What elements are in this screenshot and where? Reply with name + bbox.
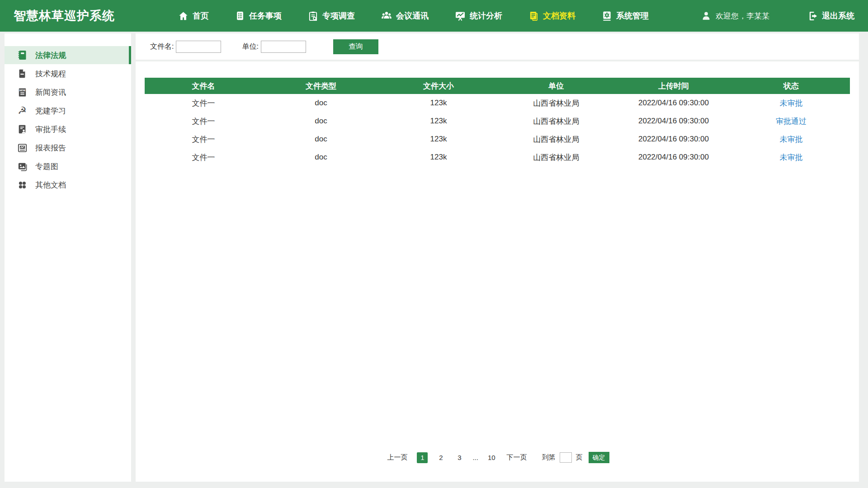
news-icon: NEW bbox=[16, 86, 28, 98]
sidebar-item-laws[interactable]: 法律法规 bbox=[5, 46, 131, 64]
sidebar-item-reports[interactable]: 报表报告 bbox=[5, 139, 131, 157]
goto-prefix-label: 到第 bbox=[542, 453, 556, 462]
cell-unit: 山西省林业局 bbox=[497, 94, 615, 112]
documents-table: 文件名文件类型文件大小单位上传时间状态 文件一doc123k山西省林业局2022… bbox=[145, 78, 850, 166]
nav-item-label: 任务事项 bbox=[249, 10, 282, 21]
cell-status: 未审批 bbox=[732, 94, 850, 112]
survey-icon bbox=[308, 11, 318, 21]
nav-item-home[interactable]: 首页 bbox=[178, 10, 209, 21]
nav-item-label: 首页 bbox=[193, 10, 209, 21]
column-header: 文件类型 bbox=[262, 78, 380, 94]
nav-item-system[interactable]: 系统管理 bbox=[602, 10, 649, 21]
cell-size: 123k bbox=[380, 130, 497, 148]
main-nav: 首页任务事项专项调查会议通讯统计分析文档资料系统管理 bbox=[178, 10, 649, 21]
cell-type: doc bbox=[262, 148, 380, 166]
page-ellipsis: ... bbox=[472, 454, 478, 461]
nav-item-label: 系统管理 bbox=[616, 10, 649, 21]
column-header: 状态 bbox=[732, 78, 850, 94]
cell-size: 123k bbox=[380, 112, 497, 130]
cell-size: 123k bbox=[380, 148, 497, 166]
nav-item-label: 统计分析 bbox=[470, 10, 502, 21]
nav-item-stats[interactable]: 统计分析 bbox=[455, 10, 502, 21]
map-image-icon bbox=[16, 160, 28, 172]
logout-label: 退出系统 bbox=[822, 10, 854, 21]
unit-input[interactable] bbox=[261, 41, 306, 53]
unit-label: 单位: bbox=[242, 42, 258, 52]
confirm-button[interactable]: 确定 bbox=[589, 452, 609, 463]
nav-item-tasks[interactable]: 任务事项 bbox=[235, 10, 282, 21]
table-header-row: 文件名文件类型文件大小单位上传时间状态 bbox=[145, 78, 850, 94]
cell-type: doc bbox=[262, 130, 380, 148]
filename-input[interactable] bbox=[176, 41, 221, 53]
cell-status: 未审批 bbox=[732, 130, 850, 148]
page-button-10[interactable]: 10 bbox=[486, 452, 497, 463]
sidebar-item-tech-rules[interactable]: 技术规程 bbox=[5, 65, 131, 83]
top-navbar: 智慧林草巡护系统 首页任务事项专项调查会议通讯统计分析文档资料系统管理 欢迎您，… bbox=[0, 0, 868, 32]
page-button-3[interactable]: 3 bbox=[454, 452, 465, 463]
table-row: 文件一doc123k山西省林业局2022/04/16 09:30:00未审批 bbox=[145, 94, 850, 112]
pagination: 上一页123...10下一页到第页确定 bbox=[145, 451, 850, 464]
column-header: 上传时间 bbox=[615, 78, 732, 94]
cell-name: 文件一 bbox=[145, 94, 262, 112]
nav-item-label: 文档资料 bbox=[543, 10, 576, 21]
svg-text:NEW: NEW bbox=[19, 89, 25, 92]
column-header: 文件名 bbox=[145, 78, 262, 94]
page-button-1[interactable]: 1 bbox=[417, 452, 428, 463]
goto-page-group: 到第页确定 bbox=[542, 452, 609, 463]
cell-type: doc bbox=[262, 112, 380, 130]
status-link[interactable]: 审批通过 bbox=[776, 117, 807, 126]
sidebar-item-other-docs[interactable]: 其他文档 bbox=[5, 176, 131, 194]
navbar-right: 欢迎您，李某某 退出系统 bbox=[701, 10, 854, 21]
cell-name: 文件一 bbox=[145, 112, 262, 130]
sidebar-item-label: 其他文档 bbox=[35, 180, 66, 190]
tech-doc-icon bbox=[16, 68, 28, 80]
column-header: 单位 bbox=[497, 78, 615, 94]
goto-page-input[interactable] bbox=[560, 452, 572, 463]
sidebar-item-news[interactable]: NEW新闻资讯 bbox=[5, 83, 131, 101]
stats-icon bbox=[455, 10, 466, 21]
status-link[interactable]: 未审批 bbox=[780, 135, 803, 144]
nav-item-label: 专项调查 bbox=[322, 10, 355, 21]
app-title: 智慧林草巡护系统 bbox=[14, 8, 115, 24]
sidebar-item-label: 报表报告 bbox=[35, 143, 66, 153]
cell-type: doc bbox=[262, 94, 380, 112]
logout-button[interactable]: 退出系统 bbox=[808, 10, 854, 21]
nav-item-documents[interactable]: 文档资料 bbox=[528, 10, 576, 21]
next-page-button[interactable]: 下一页 bbox=[505, 451, 529, 464]
filename-label: 文件名: bbox=[150, 42, 174, 52]
table-row: 文件一doc123k山西省林业局2022/04/16 09:30:00未审批 bbox=[145, 148, 850, 166]
logout-icon bbox=[808, 11, 818, 21]
cell-unit: 山西省林业局 bbox=[497, 112, 615, 130]
sidebar-item-label: 技术规程 bbox=[35, 69, 66, 79]
sidebar-item-thematic-map[interactable]: 专题图 bbox=[5, 157, 131, 175]
sidebar-item-label: 党建学习 bbox=[35, 106, 66, 116]
status-link[interactable]: 未审批 bbox=[780, 99, 803, 108]
sidebar-item-approval[interactable]: 审批手续 bbox=[5, 120, 131, 138]
cell-status: 未审批 bbox=[732, 148, 850, 166]
cell-time: 2022/04/16 09:30:00 bbox=[615, 148, 732, 166]
cell-time: 2022/04/16 09:30:00 bbox=[615, 94, 732, 112]
meeting-icon bbox=[381, 10, 392, 21]
column-header: 文件大小 bbox=[380, 78, 497, 94]
nav-item-survey[interactable]: 专项调查 bbox=[308, 10, 355, 21]
documents-icon bbox=[528, 11, 539, 21]
nav-item-meeting[interactable]: 会议通讯 bbox=[381, 10, 429, 21]
search-button[interactable]: 查询 bbox=[333, 39, 378, 54]
main-area: 文件名: 单位: 查询 文件名文件类型文件大小单位上传时间状态 文件一doc12… bbox=[136, 33, 859, 482]
nav-item-label: 会议通讯 bbox=[396, 10, 429, 21]
cell-name: 文件一 bbox=[145, 148, 262, 166]
sidebar-item-label: 新闻资讯 bbox=[35, 87, 66, 98]
page-button-2[interactable]: 2 bbox=[435, 452, 446, 463]
prev-page-button[interactable]: 上一页 bbox=[385, 451, 409, 464]
sidebar-item-party-study[interactable]: ☭党建学习 bbox=[5, 102, 131, 120]
sidebar-item-label: 法律法规 bbox=[35, 50, 66, 61]
cell-unit: 山西省林业局 bbox=[497, 148, 615, 166]
status-link[interactable]: 未审批 bbox=[780, 153, 803, 162]
home-icon bbox=[178, 11, 189, 21]
user-welcome: 欢迎您，李某某 bbox=[701, 11, 769, 21]
party-icon: ☭ bbox=[16, 105, 28, 117]
user-icon bbox=[701, 11, 711, 21]
report-icon bbox=[16, 142, 28, 154]
sidebar: 法律法规技术规程NEW新闻资讯☭党建学习审批手续报表报告专题图其他文档 bbox=[5, 33, 131, 482]
sidebar-item-label: 专题图 bbox=[35, 161, 58, 172]
